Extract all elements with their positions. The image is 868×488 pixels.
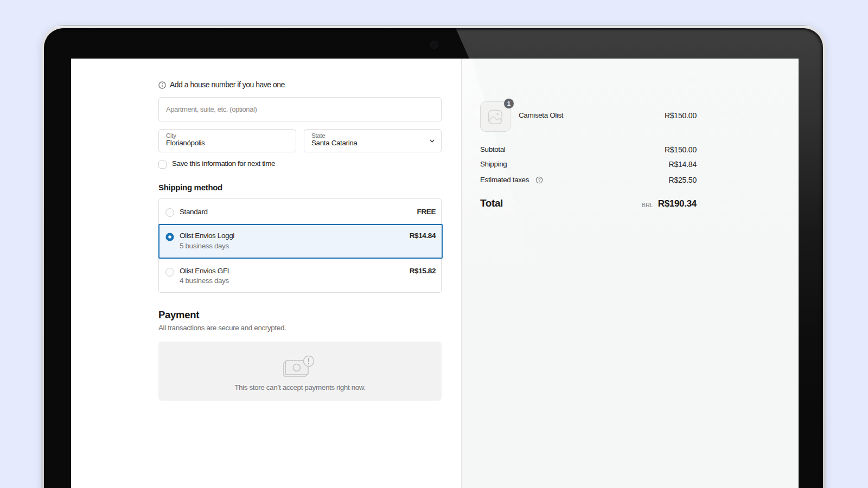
svg-text:?: ? xyxy=(538,177,541,183)
